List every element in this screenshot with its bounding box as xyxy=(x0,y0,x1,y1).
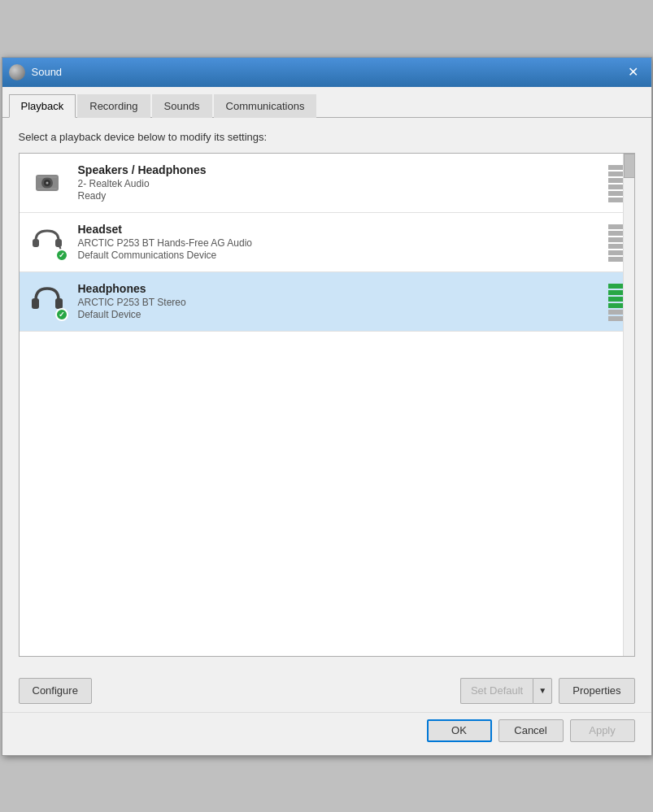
level-bar-active xyxy=(608,303,625,308)
device-status-headset: Default Communications Device xyxy=(78,250,602,261)
level-indicator-headset xyxy=(608,223,625,262)
level-bar xyxy=(608,178,625,183)
scrollbar-track[interactable] xyxy=(623,154,634,656)
device-name-headphones: Headphones xyxy=(78,282,602,295)
title-bar: Sound ✕ xyxy=(2,58,651,87)
svg-rect-9 xyxy=(32,298,39,309)
svg-rect-4 xyxy=(37,176,57,178)
apply-button[interactable]: Apply xyxy=(570,719,635,742)
level-bar-active xyxy=(608,297,625,302)
bottom-buttons-bar: Configure Set Default ▼ Properties xyxy=(2,670,651,712)
device-icon-wrapper-speakers xyxy=(29,163,68,202)
level-bar xyxy=(608,244,625,249)
cancel-button[interactable]: Cancel xyxy=(498,719,564,742)
level-bar xyxy=(608,316,625,321)
level-bar-active xyxy=(608,284,625,289)
device-info-speakers: Speakers / Headphones 2- Realtek Audio R… xyxy=(78,163,602,202)
level-bar xyxy=(608,257,625,262)
set-default-group: Set Default ▼ xyxy=(460,678,552,704)
device-icon-wrapper-headset xyxy=(29,223,68,262)
level-bar xyxy=(608,224,625,229)
svg-rect-5 xyxy=(37,188,57,189)
level-bar xyxy=(608,185,625,189)
set-default-dropdown-button[interactable]: ▼ xyxy=(533,678,552,704)
tab-playback[interactable]: Playback xyxy=(9,94,76,118)
level-bar-active xyxy=(608,290,625,295)
level-bar xyxy=(608,165,625,170)
ok-button[interactable]: OK xyxy=(427,719,492,742)
device-icon-wrapper-headphones xyxy=(29,282,68,321)
set-default-button[interactable]: Set Default xyxy=(460,678,533,704)
footer-buttons-bar: OK Cancel Apply xyxy=(2,712,651,755)
level-bar xyxy=(608,237,625,242)
device-sub-headphones: ARCTIC P253 BT Stereo xyxy=(78,297,602,308)
level-bar xyxy=(608,231,625,236)
window-title: Sound xyxy=(32,66,622,78)
tab-recording[interactable]: Recording xyxy=(77,94,150,118)
device-status-speakers: Ready xyxy=(78,190,602,202)
configure-button[interactable]: Configure xyxy=(19,678,92,704)
device-status-headphones: Default Device xyxy=(78,309,602,320)
properties-button[interactable]: Properties xyxy=(559,678,634,704)
speaker-icon xyxy=(29,163,65,199)
svg-rect-10 xyxy=(55,298,63,309)
svg-rect-6 xyxy=(33,239,39,247)
svg-point-3 xyxy=(46,181,48,184)
tab-communications[interactable]: Communications xyxy=(214,94,317,118)
device-list: Speakers / Headphones 2- Realtek Audio R… xyxy=(19,153,635,657)
device-item-speakers[interactable]: Speakers / Headphones 2- Realtek Audio R… xyxy=(20,154,634,213)
headphones-status-badge xyxy=(55,308,68,321)
level-bar xyxy=(608,172,625,176)
level-indicator-headphones xyxy=(608,282,625,321)
level-bar xyxy=(608,198,625,202)
device-item-headset[interactable]: Headset ARCTIC P253 BT Hands-Free AG Aud… xyxy=(20,213,634,272)
tab-bar: Playback Recording Sounds Communications xyxy=(2,87,651,118)
level-bar xyxy=(608,250,625,255)
level-indicator-speakers xyxy=(608,163,625,202)
device-info-headset: Headset ARCTIC P253 BT Hands-Free AG Aud… xyxy=(78,223,602,261)
device-name-headset: Headset xyxy=(78,223,602,236)
headset-status-badge xyxy=(55,249,68,262)
device-sub-headset: ARCTIC P253 BT Hands-Free AG Audio xyxy=(78,237,602,249)
app-icon xyxy=(9,64,25,80)
instruction-text: Select a playback device below to modify… xyxy=(19,131,635,143)
level-bar xyxy=(608,310,625,315)
level-bar xyxy=(608,191,625,196)
device-sub-speakers: 2- Realtek Audio xyxy=(78,178,602,189)
device-name-speakers: Speakers / Headphones xyxy=(78,163,602,176)
tab-sounds[interactable]: Sounds xyxy=(152,94,212,118)
content-area: Select a playback device below to modify… xyxy=(2,118,651,670)
scrollbar-thumb[interactable] xyxy=(624,154,635,178)
sound-dialog: Sound ✕ Playback Recording Sounds Commun… xyxy=(2,57,652,756)
device-info-headphones: Headphones ARCTIC P253 BT Stereo Default… xyxy=(78,282,602,320)
device-item-headphones[interactable]: Headphones ARCTIC P253 BT Stereo Default… xyxy=(20,272,634,332)
close-button[interactable]: ✕ xyxy=(622,61,645,84)
